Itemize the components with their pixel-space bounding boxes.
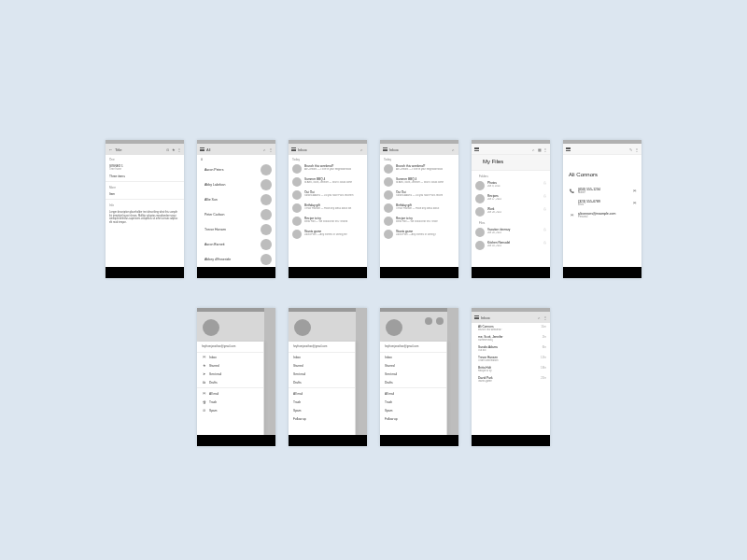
list-item[interactable]: Vacation itineraryJan 20, 2014ⓘ [472,226,550,239]
search-icon[interactable]: ⌕ [263,147,267,151]
menu-icon[interactable] [200,147,204,151]
nav-item[interactable]: Follow up [380,414,446,423]
list-item[interactable]: Brunch this weekend?Ali Connors — I'll b… [380,162,458,175]
list-item[interactable]: Recipe to tryBritta Holt — We should eat… [380,215,458,228]
list-item[interactable]: Giants gameDavid Park — Any interest in … [289,228,367,241]
avatar[interactable] [294,319,311,336]
list-item[interactable]: me, Scott, JenniferSummer BBQ2hr [472,333,550,343]
nav-item[interactable]: Follow up [289,414,355,423]
nav-item[interactable]: Drafts [380,378,446,386]
nav-item[interactable]: Starred [289,361,355,370]
list-item[interactable]: Kitchen RemodelJan 10, 2014ⓘ [472,239,550,252]
avatar[interactable] [203,319,219,336]
list-item[interactable]: Britta HoltRecipe to try18hr [472,364,550,374]
menu-icon[interactable] [383,147,388,151]
nav-item[interactable]: ➤Sent mail [197,370,263,378]
search-icon[interactable]: ⌕ [538,315,542,319]
list-item[interactable]: Peter Carlson [197,207,275,222]
nav-item[interactable]: ⊘Spam [197,406,263,414]
list-item[interactable]: Three items [106,173,184,180]
menu-icon[interactable] [474,315,479,319]
list-item[interactable]: Oui OuiSandra Adams — Do you have Paris … [289,189,367,202]
search-icon[interactable]: ⌕ [452,147,456,151]
list-item[interactable]: Giants gameDavid Park — Any interest in … [380,228,458,241]
search-icon[interactable]: ⌕ [360,147,364,151]
overflow-icon[interactable]: ⋮ [269,147,273,151]
list-item[interactable]: PhotosJan 9, 2014ⓘ [472,179,550,192]
list-item[interactable]: Sandra AdamsOui oui6hr [472,343,550,354]
list-item[interactable]: Abby Lakeban [197,177,275,192]
overflow-icon[interactable]: ⋮ [635,147,639,151]
nav-item[interactable]: Trash [289,398,355,406]
overflow-icon[interactable]: ⋮ [543,147,547,151]
list-item[interactable]: Aaron Barnett [197,237,275,252]
list-item[interactable]: Aaron Peters [197,162,275,177]
nav-item[interactable]: Spam [380,406,446,414]
list-item[interactable]: Summer BBQ 4to Alex, Scott, Jennifer — W… [289,175,367,189]
list-item[interactable]: Brunch this weekend?Ali Connors — I'll b… [289,162,367,175]
nav-item[interactable]: ★Starred [197,361,263,370]
back-icon[interactable]: ← [108,147,113,152]
nav-item[interactable]: 🗎Drafts [197,378,263,386]
list-item[interactable]: Ali ConnorsBrunch this weekend?15m [472,323,550,333]
screen-my-files: ⌕ ▦ ⋮ My Files Folders PhotosJan 9, 2014… [472,140,550,278]
nav-item[interactable]: ✉Inbox [197,353,263,361]
nav-item[interactable]: All mail [380,389,446,398]
nav-item[interactable]: Trash [380,398,446,406]
nav-item[interactable]: 🗑Trash [197,398,263,406]
list-item[interactable]: Abbey d'Enneriele [197,252,275,267]
search-icon[interactable]: ⌕ [532,147,536,151]
menu-icon[interactable] [291,147,296,151]
nav-item[interactable]: All mail [289,389,355,398]
list-item[interactable]: Birthday giftTrevor Hansen — Have any id… [289,202,367,215]
list-item[interactable]: SIGNED 1Time frame [106,162,184,173]
info-icon[interactable]: ⓘ [543,207,546,211]
nav-item[interactable]: ✉All mail [197,389,263,398]
overflow-icon[interactable]: ⋮ [543,315,547,319]
list-item[interactable]: Birthday giftTrevor Hansen — Have any id… [380,202,458,215]
edit-icon[interactable]: ✎ [629,147,633,151]
account-email[interactable]: heyfromjonathan@gmail.com [380,342,446,353]
menu-icon[interactable] [474,147,479,151]
info-icon[interactable]: ⓘ [543,241,546,245]
list-item[interactable]: Oui OuiSandra Adams — Do you have Paris … [380,189,458,202]
message-icon[interactable]: ✉ [633,201,636,205]
list-item[interactable]: RecipesJan 17, 2014ⓘ [472,192,550,205]
view-icon[interactable]: ▦ [538,147,542,151]
info-icon[interactable]: ⓘ [543,181,546,185]
nav-item[interactable]: Sent mail [380,370,446,378]
search-icon[interactable]: ⊙ [166,147,170,151]
nav-item[interactable]: Sent mail [289,370,355,378]
list-item[interactable]: Trevor Hansen [197,222,275,237]
list-item[interactable]: Allie Sun [197,192,275,207]
detail-row[interactable]: 📞(650) 555-1234Mobile✉ [563,185,641,197]
menu-icon[interactable] [566,147,571,151]
avatar-alt[interactable] [436,317,444,325]
list-item[interactable]: WorkJan 28, 2014ⓘ [472,205,550,218]
list-item[interactable]: Summer BBQ 4to Alex, Scott, Jennifer — W… [380,175,458,189]
avatar-alt[interactable] [425,317,432,325]
detail-secondary: Mobile [578,191,629,194]
info-icon[interactable]: ⓘ [543,228,546,231]
detail-row[interactable]: (323) 555-6789Work✉ [563,197,641,209]
avatar[interactable] [386,319,402,336]
detail-row[interactable]: ✉aliconnors@example.comPersonal [563,209,641,221]
list-item[interactable]: Trevor HansenOrder confirmation12hr [472,354,550,364]
list-item[interactable]: David ParkGiants game21hr [472,374,550,385]
info-icon[interactable]: ⓘ [543,194,546,198]
divider [106,181,184,182]
nav-item[interactable]: Inbox [289,353,355,361]
avatar [384,177,393,187]
nav-item[interactable]: Inbox [380,353,446,361]
account-email[interactable]: heyfromjonathan@gmail.com [289,342,355,353]
overflow-icon[interactable]: ⋮ [177,147,181,151]
account-email[interactable]: heyfromjonathan@gmail.com [197,342,263,353]
list-item[interactable]: Item [106,190,184,198]
nav-item[interactable]: Spam [289,406,355,414]
message-icon[interactable]: ✉ [633,189,636,193]
list-item[interactable]: Recipe to tryBritta Holt — We should eat… [289,215,367,228]
nav-item[interactable]: Starred [380,361,446,370]
list-item-secondary: Brunch this weekend? [478,329,538,331]
star-icon[interactable]: ★ [172,147,176,151]
nav-item[interactable]: Drafts [289,378,355,386]
